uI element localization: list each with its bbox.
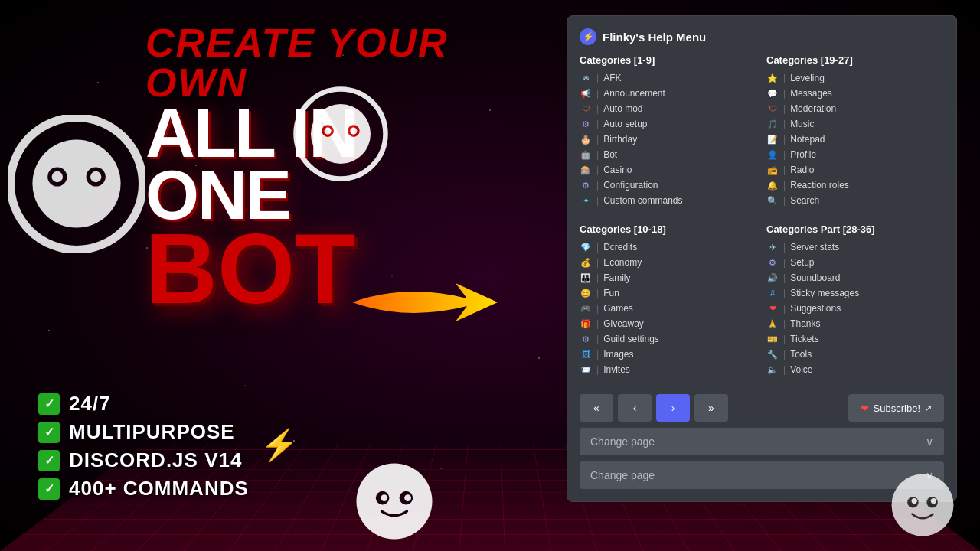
cat-icon: 🤖	[580, 148, 592, 161]
list-item: 📨|Invites	[580, 362, 757, 377]
cat-label: Auto mod	[603, 103, 642, 114]
cat-label: Giveaway	[603, 318, 644, 329]
page-first-button[interactable]: «	[580, 394, 613, 422]
cat-icon: 🔊	[766, 272, 779, 284]
svg-point-5	[90, 171, 101, 182]
list-item: 🎁|Giveaway	[580, 316, 757, 331]
dropdown-label-2: Change page	[590, 469, 655, 481]
cat-label: Birthday	[603, 134, 637, 145]
list-item: 🤖|Bot	[580, 147, 757, 162]
cat-label: Music	[790, 119, 814, 129]
checkmark-icon-1: ✓	[38, 393, 60, 415]
list-item: ❄|AFK	[580, 70, 757, 86]
svg-point-10	[325, 128, 332, 135]
feature-text-1: 24/7	[69, 392, 111, 416]
category-section-4: Categories Part [28-36] ✈|Server stats ⚙…	[766, 223, 944, 377]
cat-label: Games	[603, 303, 633, 314]
checkmark-icon-3: ✓	[38, 450, 60, 471]
right-panel: ⚡ Flinky's Help Menu Categories [1-9] ❄|…	[567, 15, 957, 502]
cat-label: Moderation	[790, 103, 836, 114]
list-item: 🔊|Soundboard	[766, 270, 944, 285]
cat-icon: 💎	[580, 241, 592, 253]
cat-icon: ⚙	[766, 256, 779, 269]
cat-label: Server stats	[790, 242, 839, 253]
cat-label: Thanks	[790, 318, 820, 329]
help-menu-header: ⚡ Flinky's Help Menu	[580, 28, 944, 45]
list-item: 📝|Notepad	[766, 132, 944, 147]
discord-logo-bottom-center	[352, 459, 436, 543]
cat-icon: 🎫	[766, 333, 779, 345]
cat-icon: 👪	[580, 272, 592, 284]
svg-point-11	[350, 128, 357, 135]
cat-label: Custom commands	[603, 195, 682, 206]
list-item: 👪|Family	[580, 270, 757, 285]
categories-grid: Categories [1-9] ❄|AFK 📢|Announcement 🛡|…	[580, 54, 944, 383]
list-item: 🔧|Tools	[766, 347, 944, 362]
change-page-dropdown-1[interactable]: Change page ∨	[580, 428, 944, 455]
page-prev-button[interactable]: ‹	[618, 394, 652, 422]
page-last-button[interactable]: »	[694, 394, 728, 422]
cat-icon: ✈	[766, 241, 779, 253]
list-item: 🎰|Casino	[580, 162, 757, 178]
list-item: ⭐|Leveling	[766, 70, 944, 86]
cat-label: Casino	[603, 165, 632, 175]
feature-item-1: ✓ 24/7	[38, 392, 249, 416]
feature-item-4: ✓ 400+ COMMANDS	[38, 477, 249, 500]
cat-label: Invites	[603, 364, 630, 375]
list-item: 🛡|Moderation	[766, 101, 944, 116]
list-item: 🎵|Music	[766, 116, 944, 132]
feature-item-2: ✓ MULTIPURPOSE	[38, 420, 249, 444]
cat-icon: 🎮	[580, 302, 592, 315]
cat-icon: ⭐	[766, 72, 779, 84]
list-item: 👤|Profile	[766, 147, 944, 162]
cat-label: Dcredits	[603, 242, 637, 253]
page-next-button[interactable]: ›	[656, 394, 690, 422]
feature-item-3: ✓ DISCORD.JS V14	[38, 448, 249, 472]
external-link-icon: ↗	[925, 403, 932, 413]
cat-label: Family	[603, 272, 630, 283]
cat-icon: #	[766, 287, 779, 299]
list-item: 🙏|Thanks	[766, 316, 944, 331]
cat-label: Images	[603, 349, 633, 360]
list-item: 🛡|Auto mod	[580, 101, 757, 116]
category-title-2: Categories [19-27]	[766, 54, 944, 66]
cat-label: Economy	[603, 257, 642, 268]
cat-icon: ⚙	[580, 118, 592, 130]
subscribe-button[interactable]: ❤ Subscribe! ↗	[848, 394, 944, 422]
list-item: 🖼|Images	[580, 347, 757, 362]
cat-icon: 🔔	[766, 179, 779, 191]
cat-icon: ❤	[766, 302, 779, 315]
cat-label: Announcement	[603, 88, 665, 99]
arrow-icon	[345, 268, 513, 337]
list-item: 📢|Announcement	[580, 86, 757, 101]
category-title-3: Categories [10-18]	[580, 223, 757, 235]
list-item: ⚙|Setup	[766, 255, 944, 270]
category-section-1: Categories [1-9] ❄|AFK 📢|Announcement 🛡|…	[580, 54, 757, 208]
cat-icon: ✦	[580, 194, 592, 207]
list-item: 🎂|Birthday	[580, 132, 757, 147]
subscribe-label: Subscribe!	[874, 403, 920, 414]
cat-icon: 🎵	[766, 118, 779, 130]
discord-logo-left	[8, 115, 145, 253]
help-menu: ⚡ Flinky's Help Menu Categories [1-9] ❄|…	[567, 15, 957, 502]
feature-text-2: MULTIPURPOSE	[69, 420, 235, 444]
cat-icon: 📨	[580, 364, 592, 376]
cat-label: Tickets	[790, 334, 819, 344]
cat-label: Voice	[790, 364, 812, 375]
cat-label: Soundboard	[790, 272, 840, 283]
list-item: 💰|Economy	[580, 255, 757, 270]
feature-text-3: DISCORD.JS V14	[69, 448, 242, 472]
svg-point-20	[912, 498, 917, 504]
cat-icon: ⚙	[580, 179, 592, 191]
cat-label: Notepad	[790, 134, 825, 145]
list-item: 🎮|Games	[580, 301, 757, 316]
list-item: ⚙|Guild settings	[580, 331, 757, 347]
list-item: ✦|Custom commands	[580, 193, 757, 208]
cat-icon: 🔍	[766, 194, 779, 207]
dropdown-label-1: Change page	[590, 435, 655, 448]
cat-label: Setup	[790, 257, 814, 268]
cat-label: Suggestions	[790, 303, 841, 314]
svg-point-15	[381, 494, 387, 501]
cat-label: Auto setup	[603, 119, 647, 129]
cat-label: Leveling	[790, 73, 825, 83]
